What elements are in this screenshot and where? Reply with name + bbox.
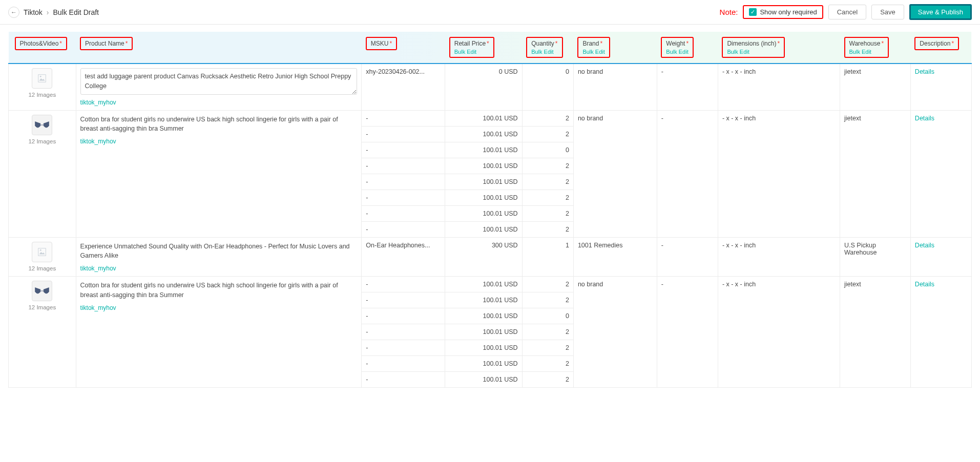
price-cell[interactable]: 100.01 USD [445, 356, 522, 372]
cancel-button[interactable]: Cancel [828, 5, 866, 19]
msku-cell[interactable]: On-Ear Headphones... [362, 237, 445, 277]
msku-cell[interactable]: - [362, 340, 445, 356]
details-link[interactable]: Details [915, 242, 934, 249]
breadcrumb-parent[interactable]: Tiktok [24, 8, 43, 16]
warehouse-cell[interactable]: jietext [840, 110, 911, 237]
msku-cell[interactable]: - [362, 174, 445, 190]
msku-cell[interactable]: - [362, 205, 445, 221]
msku-cell[interactable]: xhy-20230426-002... [362, 64, 445, 110]
weight-cell[interactable]: - [657, 237, 718, 277]
msku-cell[interactable]: - [362, 221, 445, 237]
msku-cell[interactable]: - [362, 356, 445, 372]
table-row: 12 ImagesCotton bra for student girls no… [9, 110, 972, 126]
table-row: 12 Imagestest add luggage parent product… [9, 64, 972, 110]
chevron-right-icon: › [47, 8, 49, 16]
price-cell[interactable]: 100.01 USD [445, 205, 522, 221]
qty-cell[interactable]: 0 [522, 64, 573, 110]
msku-cell[interactable]: - [362, 324, 445, 340]
qty-cell[interactable]: 2 [522, 205, 573, 221]
price-cell[interactable]: 100.01 USD [445, 142, 522, 158]
brand-cell[interactable]: no brand [573, 110, 657, 237]
store-link[interactable]: tiktok_myhov [80, 265, 358, 272]
qty-cell[interactable]: 2 [522, 277, 573, 292]
breadcrumb-current: Bulk Edit Draft [53, 8, 99, 16]
weight-cell[interactable]: - [657, 277, 718, 388]
qty-cell[interactable]: 2 [522, 158, 573, 174]
details-link[interactable]: Details [915, 68, 934, 75]
msku-cell[interactable]: - [362, 142, 445, 158]
bulk-edit-weight[interactable]: Bulk Edit [666, 49, 689, 55]
bulk-edit-dim[interactable]: Bulk Edit [727, 49, 780, 55]
price-cell[interactable]: 100.01 USD [445, 126, 522, 142]
qty-cell[interactable]: 2 [522, 126, 573, 142]
msku-cell[interactable]: - [362, 110, 445, 126]
bulk-edit-brand[interactable]: Bulk Edit [582, 49, 604, 55]
qty-cell[interactable]: 1 [522, 237, 573, 277]
store-link[interactable]: tiktok_myhov [80, 304, 358, 311]
price-cell[interactable]: 100.01 USD [445, 308, 522, 324]
show-only-required-toggle[interactable]: ✓ Show only required [743, 5, 823, 19]
weight-cell[interactable]: - [657, 64, 718, 110]
brand-cell[interactable]: no brand [573, 64, 657, 110]
dimensions-cell[interactable]: - x - x - inch [718, 110, 840, 237]
product-thumbnail[interactable] [32, 281, 52, 301]
breadcrumb: ← Tiktok › Bulk Edit Draft [8, 7, 99, 18]
save-button[interactable]: Save [871, 5, 904, 19]
product-name-input[interactable]: test add luggage parent product Canvas R… [80, 68, 358, 95]
brand-cell[interactable]: no brand [573, 277, 657, 388]
product-thumbnail[interactable] [32, 242, 52, 262]
dimensions-cell[interactable]: - x - x - inch [718, 277, 840, 388]
price-cell[interactable]: 100.01 USD [445, 372, 522, 388]
checkbox-checked-icon[interactable]: ✓ [749, 8, 757, 16]
qty-cell[interactable]: 2 [522, 356, 573, 372]
price-cell[interactable]: 100.01 USD [445, 221, 522, 237]
msku-cell[interactable]: - [362, 372, 445, 388]
weight-cell[interactable]: - [657, 110, 718, 237]
dimensions-cell[interactable]: - x - x - inch [718, 64, 840, 110]
price-cell[interactable]: 300 USD [445, 237, 522, 277]
brand-cell[interactable]: 1001 Remedies [573, 237, 657, 277]
qty-cell[interactable]: 2 [522, 324, 573, 340]
qty-cell[interactable]: 2 [522, 292, 573, 308]
msku-cell[interactable]: - [362, 126, 445, 142]
details-link[interactable]: Details [915, 281, 934, 288]
save-publish-button[interactable]: Save & Publish [909, 4, 972, 20]
store-link[interactable]: tiktok_myhov [80, 138, 358, 145]
qty-cell[interactable]: 2 [522, 340, 573, 356]
qty-cell[interactable]: 0 [522, 308, 573, 324]
dimensions-cell[interactable]: - x - x - inch [718, 237, 840, 277]
qty-cell[interactable]: 2 [522, 174, 573, 190]
price-cell[interactable]: 100.01 USD [445, 340, 522, 356]
price-cell[interactable]: 100.01 USD [445, 174, 522, 190]
bulk-edit-wh[interactable]: Bulk Edit [849, 49, 884, 55]
price-cell[interactable]: 0 USD [445, 64, 522, 110]
warehouse-cell[interactable]: jietext [840, 277, 911, 388]
price-cell[interactable]: 100.01 USD [445, 158, 522, 174]
bulk-edit-qty[interactable]: Bulk Edit [531, 49, 557, 55]
qty-cell[interactable]: 2 [522, 110, 573, 126]
qty-cell[interactable]: 2 [522, 190, 573, 205]
price-cell[interactable]: 100.01 USD [445, 292, 522, 308]
price-cell[interactable]: 100.01 USD [445, 324, 522, 340]
product-thumbnail[interactable] [32, 115, 52, 135]
details-link[interactable]: Details [915, 115, 934, 122]
svg-point-1 [40, 249, 41, 250]
price-cell[interactable]: 100.01 USD [445, 110, 522, 126]
price-cell[interactable]: 100.01 USD [445, 277, 522, 292]
qty-cell[interactable]: 2 [522, 372, 573, 388]
product-thumbnail[interactable] [32, 68, 52, 89]
msku-cell[interactable]: - [362, 308, 445, 324]
price-cell[interactable]: 100.01 USD [445, 190, 522, 205]
msku-cell[interactable]: - [362, 158, 445, 174]
warehouse-cell[interactable]: U.S Pickup Warehouse [840, 237, 911, 277]
back-button[interactable]: ← [8, 7, 19, 18]
msku-cell[interactable]: - [362, 190, 445, 205]
warehouse-cell[interactable]: jietext [840, 64, 911, 110]
qty-cell[interactable]: 0 [522, 142, 573, 158]
msku-cell[interactable]: - [362, 292, 445, 308]
qty-cell[interactable]: 2 [522, 221, 573, 237]
msku-cell[interactable]: - [362, 277, 445, 292]
column-header-brand: Brand*Bulk Edit [573, 32, 657, 64]
bulk-edit-price[interactable]: Bulk Edit [454, 49, 489, 55]
store-link[interactable]: tiktok_myhov [80, 99, 358, 106]
